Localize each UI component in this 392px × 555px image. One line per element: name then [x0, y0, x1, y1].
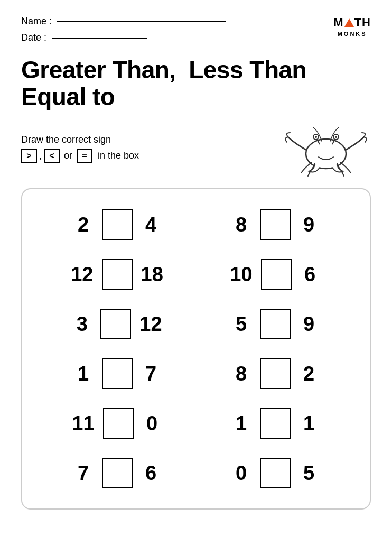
- problem-row: 10 6: [196, 249, 354, 299]
- right-number: 9: [299, 214, 319, 236]
- logo-m: M: [333, 16, 343, 30]
- exercise-container: 2 4 8 9 12 18 10 6 3 12 5 9 1 7 8 2 11 0…: [21, 188, 371, 510]
- logo: M TH MONKS: [333, 16, 371, 37]
- right-number: 9: [299, 313, 319, 336]
- svg-point-3: [315, 136, 317, 138]
- signs-row: > , < or = in the box: [21, 149, 139, 163]
- left-number: 2: [73, 214, 94, 236]
- left-number: 11: [72, 412, 94, 435]
- problem-row: 0 5: [196, 448, 354, 498]
- problem-row: 11 0: [38, 399, 196, 448]
- problem-row: 12 18: [38, 249, 196, 299]
- left-number: 1: [73, 363, 94, 385]
- crab-illustration: [281, 119, 371, 178]
- answer-box[interactable]: [260, 408, 291, 439]
- logo-th: TH: [354, 16, 371, 30]
- answer-box[interactable]: [102, 458, 133, 488]
- right-number: 7: [141, 363, 161, 385]
- problem-row: 5 9: [196, 299, 354, 349]
- right-number: 2: [299, 363, 319, 385]
- answer-box[interactable]: [102, 209, 133, 240]
- rest-text: in the box: [98, 150, 139, 161]
- right-number: 6: [141, 462, 161, 485]
- left-number: 8: [231, 214, 251, 236]
- problem-row: 2 4: [38, 200, 196, 249]
- left-number: 5: [231, 313, 251, 336]
- answer-box[interactable]: [260, 458, 291, 488]
- date-underline: [52, 38, 147, 39]
- date-label: Date :: [21, 32, 46, 43]
- answer-box[interactable]: [260, 209, 291, 240]
- eq-sign-box: =: [77, 149, 92, 163]
- answer-box[interactable]: [102, 259, 133, 290]
- right-number: 6: [300, 263, 320, 286]
- left-number: 3: [72, 313, 92, 336]
- logo-triangle-icon: [344, 18, 354, 27]
- problem-row: 8 2: [196, 349, 354, 399]
- left-number: 8: [231, 363, 251, 385]
- date-line: Date :: [21, 32, 333, 43]
- logo-text: M TH: [333, 16, 371, 30]
- left-number: 12: [71, 263, 93, 286]
- comma: ,: [39, 150, 42, 161]
- answer-box[interactable]: [102, 358, 133, 389]
- left-number: 7: [73, 462, 94, 485]
- instructions-row: Draw the correct sign > , < or = in the …: [21, 119, 371, 178]
- right-number: 5: [299, 462, 319, 485]
- instructions-text: Draw the correct sign: [21, 134, 139, 145]
- answer-box[interactable]: [260, 358, 291, 389]
- right-number: 12: [139, 313, 162, 336]
- instructions-left: Draw the correct sign > , < or = in the …: [21, 134, 139, 163]
- page-title: Greater Than, Less ThanEqual to: [21, 57, 371, 110]
- header-section: Name : Date : M TH MONKS: [21, 16, 371, 49]
- right-number: 0: [142, 412, 162, 435]
- name-underline: [57, 21, 226, 22]
- problem-row: 1 1: [196, 399, 354, 448]
- right-number: 18: [141, 263, 163, 286]
- svg-point-0: [306, 139, 346, 169]
- or-text: or: [64, 150, 72, 161]
- problem-row: 1 7: [38, 349, 196, 399]
- name-line: Name :: [21, 16, 333, 27]
- right-number: 4: [141, 214, 161, 236]
- svg-point-6: [335, 136, 337, 138]
- problem-row: 8 9: [196, 200, 354, 249]
- left-number: 1: [231, 412, 251, 435]
- problem-row: 3 12: [38, 299, 196, 349]
- answer-box[interactable]: [103, 408, 134, 439]
- problems-grid: 2 4 8 9 12 18 10 6 3 12 5 9 1 7 8 2 11 0…: [38, 200, 354, 498]
- title-section: Greater Than, Less ThanEqual to: [21, 57, 371, 110]
- left-number: 0: [231, 462, 251, 485]
- lt-sign-box: <: [44, 149, 60, 163]
- gt-sign-box: >: [21, 149, 37, 163]
- answer-box[interactable]: [100, 309, 131, 339]
- answer-box[interactable]: [260, 309, 291, 339]
- right-number: 1: [299, 412, 319, 435]
- problem-row: 7 6: [38, 448, 196, 498]
- left-number: 10: [230, 263, 252, 286]
- name-label: Name :: [21, 16, 52, 27]
- answer-box[interactable]: [261, 259, 292, 290]
- logo-monks: MONKS: [338, 31, 367, 37]
- name-date-section: Name : Date :: [21, 16, 333, 49]
- crab-svg: [283, 121, 370, 177]
